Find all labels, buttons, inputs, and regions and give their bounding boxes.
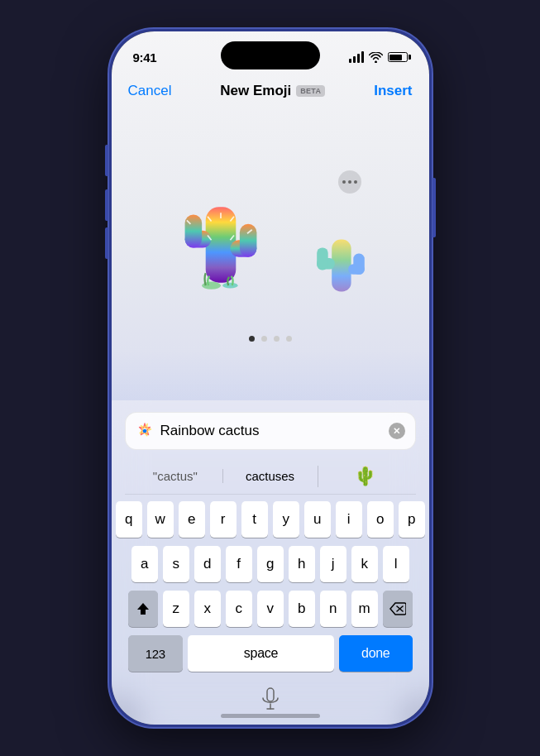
key-x[interactable]: x — [194, 591, 221, 627]
key-z[interactable]: z — [163, 591, 189, 627]
screen-content: 9:41 — [112, 31, 429, 725]
keyboard-row-2: a s d f g h j k l — [128, 546, 413, 582]
pagination-dot-4[interactable] — [286, 336, 292, 342]
svg-rect-14 — [332, 239, 351, 291]
svg-point-20 — [142, 429, 146, 433]
svg-rect-16 — [317, 247, 328, 270]
keyboard-row-1: q w e r t y u i o p — [128, 501, 413, 538]
svg-rect-18 — [353, 253, 365, 274]
emoji-previews — [163, 179, 378, 328]
predictive-text-bar: "cactus" cactuses 🌵 — [125, 458, 416, 495]
more-options-button[interactable] — [338, 170, 361, 194]
key-q[interactable]: q — [116, 501, 142, 538]
signal-icon — [349, 51, 364, 63]
mic-icon[interactable] — [261, 687, 280, 711]
key-d[interactable]: d — [194, 546, 221, 582]
backspace-icon — [389, 602, 406, 615]
phone-frame: 9:41 — [109, 29, 432, 727]
wifi-icon — [369, 52, 383, 63]
key-j[interactable]: j — [320, 546, 346, 582]
key-done[interactable]: done — [339, 635, 413, 672]
keyboard-row-3: z x c v b n m — [128, 591, 413, 627]
status-icons — [349, 51, 408, 63]
key-r[interactable]: r — [210, 501, 237, 538]
key-u[interactable]: u — [304, 501, 331, 538]
svg-rect-2 — [184, 214, 202, 247]
battery-icon — [388, 52, 408, 62]
key-t[interactable]: t — [241, 501, 268, 538]
key-l[interactable]: l — [383, 546, 409, 582]
key-k[interactable]: k — [351, 546, 378, 582]
key-numbers[interactable]: 123 — [128, 635, 183, 672]
search-input[interactable]: Rainbow cactus — [160, 423, 382, 439]
rainbow-cactus-svg — [163, 179, 279, 311]
pagination-dots — [249, 336, 292, 342]
key-e[interactable]: e — [179, 501, 205, 538]
secondary-cactus-svg — [303, 220, 378, 311]
predictive-item-cactus-quoted[interactable]: "cactus" — [128, 461, 223, 491]
key-i[interactable]: i — [336, 501, 362, 538]
key-w[interactable]: w — [147, 501, 174, 538]
key-c[interactable]: c — [226, 591, 252, 627]
key-p[interactable]: p — [399, 501, 425, 538]
key-s[interactable]: s — [163, 546, 189, 582]
svg-point-13 — [222, 282, 237, 288]
keyboard-row-bottom: 123 space done — [128, 635, 413, 672]
genmoji-icon — [136, 422, 154, 440]
key-m[interactable]: m — [351, 591, 378, 627]
key-o[interactable]: o — [367, 501, 394, 538]
key-space[interactable]: space — [188, 635, 334, 672]
search-bar: Rainbow cactus ✕ — [125, 412, 416, 450]
nav-bar: Cancel New Emoji BETA Insert — [112, 71, 429, 111]
key-g[interactable]: g — [257, 546, 284, 582]
secondary-emoji-preview[interactable] — [303, 220, 378, 311]
svg-rect-4 — [239, 223, 256, 256]
pagination-dot-1[interactable] — [249, 336, 255, 342]
dynamic-island — [221, 41, 320, 69]
beta-badge: BETA — [296, 85, 325, 97]
svg-rect-23 — [267, 688, 274, 701]
key-shift[interactable] — [128, 591, 158, 627]
main-emoji-preview[interactable] — [163, 179, 279, 311]
phone-screen: 9:41 — [112, 31, 429, 725]
emoji-area — [112, 111, 429, 400]
pagination-dot-2[interactable] — [261, 336, 267, 342]
keyboard: q w e r t y u i o p a s — [125, 496, 416, 672]
key-a[interactable]: a — [131, 546, 158, 582]
bottom-section: Rainbow cactus ✕ "cactus" cactuses 🌵 — [112, 400, 429, 725]
nav-title: New Emoji — [220, 83, 291, 99]
key-v[interactable]: v — [257, 591, 284, 627]
status-time: 9:41 — [133, 50, 157, 65]
nav-title-area: New Emoji BETA — [220, 83, 325, 99]
shift-icon — [136, 601, 151, 616]
home-indicator — [221, 714, 320, 718]
key-y[interactable]: y — [273, 501, 299, 538]
key-f[interactable]: f — [226, 546, 252, 582]
key-b[interactable]: b — [289, 591, 315, 627]
pagination-dot-3[interactable] — [274, 336, 280, 342]
cancel-button[interactable]: Cancel — [128, 83, 172, 99]
predictive-item-cactuses[interactable]: cactuses — [222, 461, 318, 491]
predictive-item-cactus-emoji[interactable]: 🌵 — [318, 457, 413, 495]
key-n[interactable]: n — [320, 591, 346, 627]
clear-button[interactable]: ✕ — [389, 423, 405, 439]
gradient-overlay — [112, 351, 429, 400]
key-h[interactable]: h — [289, 546, 315, 582]
key-backspace[interactable] — [383, 591, 413, 627]
insert-button[interactable]: Insert — [374, 83, 412, 99]
